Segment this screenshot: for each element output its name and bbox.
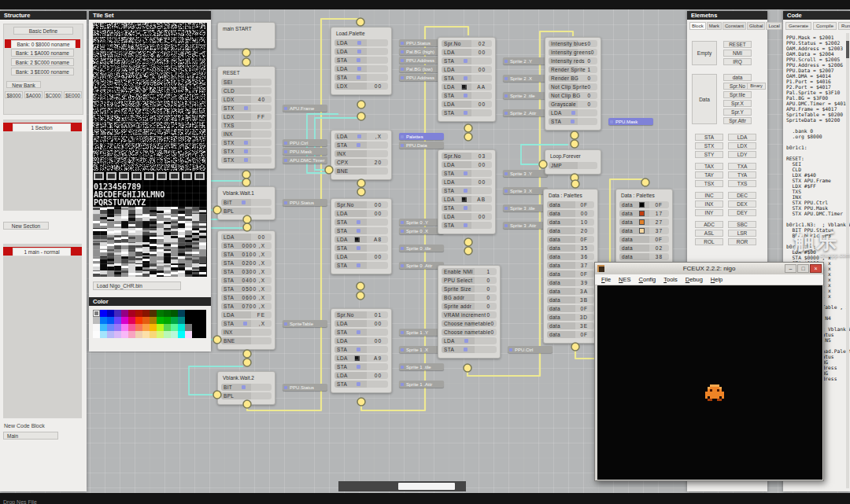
node-row[interactable]: STA <box>442 187 492 194</box>
node-row[interactable]: LDA00 <box>442 213 492 220</box>
basic-define-button[interactable]: Basic Define <box>13 27 73 35</box>
bank-item-0[interactable]: Bank: 0 $8000 noname <box>5 39 80 48</box>
element-sprattr-button[interactable]: Spr.Attr <box>723 117 752 124</box>
var-tag[interactable]: PPU.Ctrl <box>283 139 327 146</box>
node-row[interactable]: Render Sprite1 <box>549 66 597 73</box>
color-swatch[interactable] <box>100 324 107 331</box>
node-clear-memory[interactable]: LDA00STA0000 ,XSTA0100 ,XSTA0200 ,XSTA03… <box>217 230 275 350</box>
run-button[interactable]: Run <box>838 22 850 30</box>
element-op-adc[interactable]: ADC <box>695 221 723 228</box>
node-row[interactable]: STA0400 ,X <box>221 277 272 284</box>
bank-address-e000[interactable]: $E000 <box>64 91 82 98</box>
bank-address-8000[interactable]: $8000 <box>5 91 23 98</box>
element-spry-button[interactable]: Spr.Y <box>723 109 752 116</box>
color-swatch[interactable] <box>100 331 107 338</box>
node-row[interactable]: LDA00 <box>442 66 492 73</box>
load-chr-button[interactable]: Load Nigo_CHR.bin <box>93 281 181 290</box>
node-row[interactable]: Sprite addr0 <box>442 303 497 310</box>
node-row[interactable]: LDA00 <box>334 320 388 327</box>
element-op-tay[interactable]: TAY <box>695 171 723 178</box>
color-swatch[interactable] <box>128 331 135 338</box>
element-op-iny[interactable]: INY <box>695 209 723 216</box>
color-swatch[interactable] <box>128 317 135 324</box>
node-loop-forever[interactable]: Loop.ForeverJMP <box>545 149 601 175</box>
node-row[interactable]: LDA00 <box>442 161 492 168</box>
node-row[interactable]: STA <box>442 346 497 353</box>
node-row[interactable]: VRAM increment0 <box>442 311 497 318</box>
color-swatch[interactable] <box>192 317 199 324</box>
color-swatch[interactable] <box>107 310 114 317</box>
color-swatch[interactable] <box>142 331 150 338</box>
node-row[interactable]: STA <box>334 57 388 64</box>
fceux-titlebar[interactable]: FCEUX 2.2.2: nigo – □ × <box>595 263 823 275</box>
color-swatch[interactable] <box>114 310 121 317</box>
main-code-block-button[interactable]: Main <box>3 432 58 440</box>
new-section-button[interactable]: New Section <box>3 222 49 230</box>
node-row[interactable]: SEI <box>221 79 272 86</box>
element-op-stx[interactable]: STX <box>695 142 723 149</box>
node-row[interactable]: LDAA8 <box>334 236 388 243</box>
node-row[interactable]: data3A <box>547 288 594 295</box>
element-empty-button[interactable]: Empty <box>692 41 717 65</box>
node-row[interactable]: CPX20 <box>334 159 388 166</box>
var-tag[interactable]: APU.DMC.Timer <box>283 156 327 164</box>
node-row[interactable]: LDA <box>549 109 597 116</box>
node-row[interactable]: STA <box>442 204 492 212</box>
node-reset[interactable]: RESETSEICLDLDX40STXAPU.FrameLDXFFTXSINXS… <box>217 66 275 169</box>
element-op-sbc[interactable]: SBC <box>728 221 756 228</box>
tab-constant[interactable]: Constant <box>722 22 746 30</box>
tab-local[interactable]: Local <box>766 22 782 30</box>
menu-config[interactable]: Config <box>635 276 660 283</box>
color-swatch[interactable] <box>178 331 185 338</box>
color-swatch[interactable] <box>107 331 114 338</box>
node-row[interactable]: data27 <box>619 219 669 226</box>
color-swatch[interactable] <box>150 331 157 338</box>
node-row[interactable]: LDAAB <box>442 196 492 203</box>
var-tag[interactable]: PPU.Mask <box>283 148 327 155</box>
node-row[interactable]: Render BG0 <box>549 75 597 82</box>
color-swatch[interactable] <box>199 324 206 331</box>
node-row[interactable]: STA <box>334 219 388 226</box>
tab-global[interactable]: Global <box>747 22 765 30</box>
bank-address-c000[interactable]: $C000 <box>44 91 62 98</box>
color-swatch[interactable] <box>142 324 150 331</box>
node-row[interactable]: STA <box>442 75 492 82</box>
node-sprite-2[interactable]: Spr.No02LDA00STASprite 2 .YLDA00STASprit… <box>438 37 496 122</box>
node-row[interactable]: INX <box>221 329 272 336</box>
node-row[interactable]: data02 <box>619 245 669 252</box>
node-row[interactable]: STA0600 ,X <box>221 294 272 301</box>
menu-help[interactable]: Help <box>707 276 726 283</box>
node-row[interactable]: TXS <box>221 122 272 129</box>
node-row[interactable]: STA0000 ,X <box>221 242 272 249</box>
node-row[interactable]: STA <box>334 329 388 336</box>
var-tag[interactable]: Sprite 0 .tile <box>399 245 444 252</box>
bank-address-a000[interactable]: $A000 <box>24 91 42 98</box>
element-op-lsr[interactable]: LSR <box>728 230 756 237</box>
generate-button[interactable]: Generate <box>785 22 811 30</box>
node-row[interactable]: STA <box>334 74 388 81</box>
node-row[interactable]: Not Clip BG0 <box>549 92 597 99</box>
node-row[interactable]: Spr.No03 <box>442 153 492 160</box>
element-reset-button[interactable]: RESET <box>723 41 752 48</box>
node-row[interactable]: data37 <box>547 262 594 269</box>
element-op-sta[interactable]: STA <box>695 134 723 141</box>
node-row[interactable]: STA0300 ,X <box>221 268 272 275</box>
node-main-start[interactable]: main START <box>217 22 275 49</box>
var-tag[interactable]: Sprite 2 .X <box>503 75 548 82</box>
node-row[interactable]: Enable NMI1 <box>442 268 497 275</box>
node-row[interactable]: STA0700 ,X <box>221 303 272 310</box>
element-op-ldx[interactable]: LDX <box>728 142 756 149</box>
var-tag[interactable]: Sprite 2 .tile <box>503 92 548 99</box>
element-data-row-button[interactable]: data <box>723 74 752 81</box>
color-swatch[interactable] <box>150 317 157 324</box>
element-op-lda[interactable]: LDA <box>728 134 756 141</box>
element-op-txa[interactable]: TXA <box>728 163 756 170</box>
node-row[interactable]: STA,X <box>221 320 272 327</box>
color-swatch[interactable] <box>164 331 171 338</box>
element-op-inc[interactable]: INC <box>695 192 723 199</box>
bank-item-3[interactable]: Bank: 3 $E000 noname <box>11 68 74 75</box>
node-row[interactable]: LDA00 <box>442 178 492 186</box>
node-row[interactable]: STA <box>442 57 492 64</box>
node-row[interactable]: Sprite Size0 <box>442 285 497 292</box>
element-op-sty[interactable]: STY <box>695 151 723 158</box>
